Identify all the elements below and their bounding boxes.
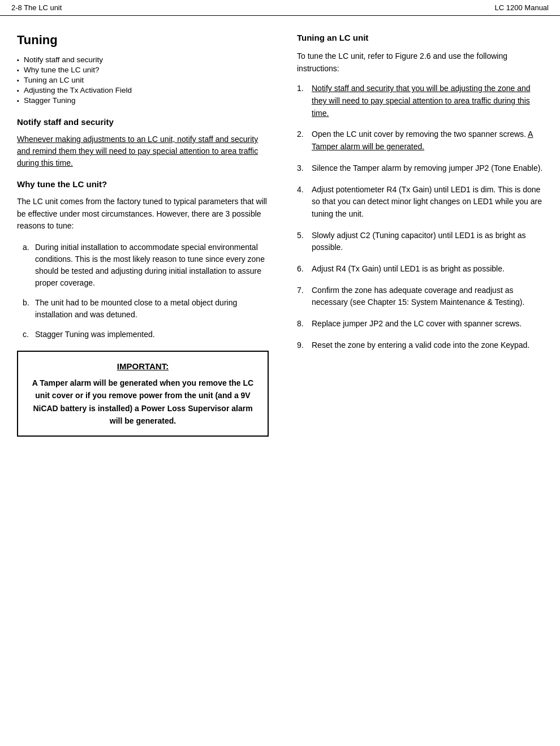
section1-para: Whenever making adjustments to an LC uni… bbox=[17, 133, 269, 169]
step-text: Open the LC unit cover by removing the t… bbox=[312, 128, 543, 153]
sub-list-text: Stagger Tuning was implemented. bbox=[35, 329, 155, 340]
step-number: 3. bbox=[297, 162, 312, 175]
step-text: Confirm the zone has adequate coverage a… bbox=[312, 284, 543, 309]
sub-list: a.During initial installation to accommo… bbox=[17, 242, 269, 340]
section2-heading: Why tune the LC unit? bbox=[17, 179, 269, 189]
header-left: 2-8 The LC unit bbox=[11, 3, 62, 12]
step-text: Slowly adjust C2 (Tuning capacitor) unti… bbox=[312, 230, 543, 254]
page-content: Tuning Notify staff and securityWhy tune… bbox=[0, 16, 560, 454]
important-body: A Tamper alarm will be generated when yo… bbox=[28, 377, 257, 428]
section2-body: The LC unit comes from the factory tuned… bbox=[17, 196, 269, 232]
sub-list-item: b.The unit had to be mounted close to a … bbox=[17, 297, 269, 321]
step-text: Silence the Tamper alarm by removing jum… bbox=[312, 162, 543, 175]
sub-list-label: a. bbox=[23, 242, 35, 253]
step-item: 6.Adjust R4 (Tx Gain) until LED1 is as b… bbox=[297, 263, 543, 275]
toc-item: Notify staff and security bbox=[17, 55, 269, 64]
sub-list-item: a.During initial installation to accommo… bbox=[17, 242, 269, 289]
step-number: 4. bbox=[297, 184, 312, 196]
toc-item: Tuning an LC unit bbox=[17, 76, 269, 84]
step-number: 5. bbox=[297, 230, 312, 242]
step-text: Reset the zone by entering a valid code … bbox=[312, 339, 543, 352]
step-item: 9.Reset the zone by entering a valid cod… bbox=[297, 339, 543, 352]
toc-item: Stagger Tuning bbox=[17, 96, 269, 105]
important-title: IMPORTANT: bbox=[28, 360, 257, 373]
sub-list-item: c.Stagger Tuning was implemented. bbox=[17, 329, 269, 340]
right-intro: To tune the LC unit, refer to Figure 2.6… bbox=[297, 50, 543, 75]
step-text: Notify staff and security that you will … bbox=[312, 83, 543, 119]
step-text: Adjust R4 (Tx Gain) until LED1 is as bri… bbox=[312, 263, 543, 275]
step-number: 9. bbox=[297, 339, 312, 352]
step-number: 7. bbox=[297, 284, 312, 297]
sub-list-label: b. bbox=[23, 297, 35, 309]
right-column: Tuning an LC unit To tune the LC unit, r… bbox=[280, 27, 560, 442]
step-item: 4.Adjust potentiometer R4 (Tx Gain) unti… bbox=[297, 184, 543, 221]
step-text: Replace jumper JP2 and the LC cover with… bbox=[312, 318, 543, 330]
sub-list-text: The unit had to be mounted close to a me… bbox=[35, 297, 269, 321]
step-item: 5.Slowly adjust C2 (Tuning capacitor) un… bbox=[297, 230, 543, 254]
toc-list: Notify staff and securityWhy tune the LC… bbox=[17, 55, 269, 105]
step-item: 8.Replace jumper JP2 and the LC cover wi… bbox=[297, 318, 543, 330]
step-number: 8. bbox=[297, 318, 312, 330]
sub-list-text: During initial installation to accommoda… bbox=[35, 242, 269, 289]
step-item: 1.Notify staff and security that you wil… bbox=[297, 83, 543, 119]
step-text: Adjust potentiometer R4 (Tx Gain) until … bbox=[312, 184, 543, 221]
step-item: 7.Confirm the zone has adequate coverage… bbox=[297, 284, 543, 309]
section1-heading: Notify staff and security bbox=[17, 117, 269, 127]
left-column: Tuning Notify staff and securityWhy tune… bbox=[0, 27, 280, 442]
step-number: 2. bbox=[297, 128, 312, 141]
step-item: 3.Silence the Tamper alarm by removing j… bbox=[297, 162, 543, 175]
step-item: 2.Open the LC unit cover by removing the… bbox=[297, 128, 543, 153]
sub-list-label: c. bbox=[23, 329, 35, 340]
step-number: 6. bbox=[297, 263, 312, 275]
page-header: 2-8 The LC unit LC 1200 Manual bbox=[0, 0, 560, 16]
steps-list: 1.Notify staff and security that you wil… bbox=[297, 83, 543, 351]
right-heading: Tuning an LC unit bbox=[297, 33, 543, 42]
toc-item: Adjusting the Tx Activation Field bbox=[17, 86, 269, 94]
toc-item: Why tune the LC unit? bbox=[17, 66, 269, 74]
important-box: IMPORTANT: A Tamper alarm will be genera… bbox=[17, 351, 269, 437]
main-title: Tuning bbox=[17, 33, 269, 48]
header-right: LC 1200 Manual bbox=[495, 3, 549, 12]
step-number: 1. bbox=[297, 83, 312, 95]
